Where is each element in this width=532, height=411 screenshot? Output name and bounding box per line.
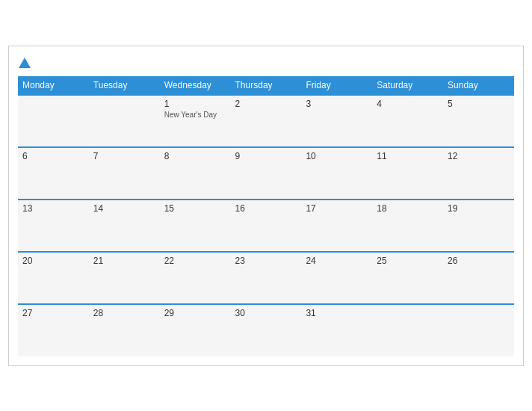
day-number: 20 <box>22 256 84 266</box>
calendar-cell: 7 <box>89 147 160 200</box>
calendar-cell: 28 <box>89 304 160 356</box>
weekday-header-tuesday: Tuesday <box>89 76 160 95</box>
day-number: 28 <box>93 308 155 318</box>
day-number: 26 <box>448 256 510 266</box>
day-number: 5 <box>448 99 510 109</box>
calendar-cell <box>372 304 443 356</box>
calendar-cell: 20 <box>18 252 89 304</box>
day-number: 11 <box>377 151 439 161</box>
calendar-cell: 2 <box>231 95 302 147</box>
day-number: 13 <box>22 203 84 214</box>
calendar-cell <box>18 95 89 147</box>
calendar-cell: 10 <box>301 147 372 200</box>
logo-icon <box>19 58 31 68</box>
day-number: 31 <box>306 308 368 318</box>
day-number: 18 <box>377 203 439 214</box>
calendar-cell: 8 <box>160 147 231 200</box>
logo <box>18 57 31 67</box>
calendar-week-row: 1New Year's Day2345 <box>18 95 514 147</box>
calendar-header <box>18 54 514 70</box>
calendar-cell <box>89 95 160 147</box>
calendar-cell: 16 <box>231 200 302 252</box>
day-event: New Year's Day <box>164 111 226 119</box>
calendar-cell: 31 <box>301 304 372 356</box>
calendar-week-row: 6789101112 <box>18 147 514 200</box>
weekday-header-thursday: Thursday <box>231 76 302 95</box>
weekday-header-wednesday: Wednesday <box>160 76 231 95</box>
calendar-cell: 13 <box>18 200 89 252</box>
day-number: 14 <box>93 203 155 214</box>
day-number: 24 <box>306 256 368 266</box>
calendar-cell: 26 <box>443 252 514 304</box>
calendar-cell: 6 <box>18 147 89 200</box>
day-number: 30 <box>235 308 297 318</box>
calendar-cell: 25 <box>372 252 443 304</box>
calendar-cell: 1New Year's Day <box>160 95 231 147</box>
calendar-cell: 9 <box>231 147 302 200</box>
calendar-container: MondayTuesdayWednesdayThursdayFridaySatu… <box>8 46 524 366</box>
svg-marker-0 <box>19 58 31 68</box>
weekday-header-monday: Monday <box>18 76 89 95</box>
calendar-cell: 12 <box>443 147 514 200</box>
calendar-cell <box>443 304 514 356</box>
calendar-cell: 17 <box>301 200 372 252</box>
calendar-cell: 3 <box>301 95 372 147</box>
calendar-cell: 27 <box>18 304 89 356</box>
day-number: 16 <box>235 203 297 214</box>
day-number: 27 <box>22 308 84 318</box>
calendar-cell: 14 <box>89 200 160 252</box>
day-number: 19 <box>448 203 510 214</box>
calendar-week-row: 20212223242526 <box>18 252 514 304</box>
day-number: 7 <box>93 151 155 161</box>
weekday-header-friday: Friday <box>301 76 372 95</box>
day-number: 25 <box>377 256 439 266</box>
day-number: 15 <box>164 203 226 214</box>
day-number: 8 <box>164 151 226 161</box>
day-number: 2 <box>235 99 297 109</box>
calendar-week-row: 2728293031 <box>18 304 514 356</box>
calendar-cell: 18 <box>372 200 443 252</box>
calendar-cell: 22 <box>160 252 231 304</box>
calendar-cell: 29 <box>160 304 231 356</box>
weekday-header-row: MondayTuesdayWednesdayThursdayFridaySatu… <box>18 76 514 95</box>
calendar-grid: MondayTuesdayWednesdayThursdayFridaySatu… <box>18 76 514 356</box>
weekday-header-sunday: Sunday <box>443 76 514 95</box>
calendar-cell: 30 <box>231 304 302 356</box>
day-number: 1 <box>164 99 226 109</box>
calendar-cell: 24 <box>301 252 372 304</box>
day-number: 6 <box>22 151 84 161</box>
calendar-cell: 19 <box>443 200 514 252</box>
calendar-cell: 5 <box>443 95 514 147</box>
calendar-cell: 4 <box>372 95 443 147</box>
day-number: 22 <box>164 256 226 266</box>
day-number: 12 <box>448 151 510 161</box>
calendar-cell: 23 <box>231 252 302 304</box>
weekday-header-saturday: Saturday <box>372 76 443 95</box>
day-number: 23 <box>235 256 297 266</box>
day-number: 9 <box>235 151 297 161</box>
day-number: 10 <box>306 151 368 161</box>
calendar-week-row: 13141516171819 <box>18 200 514 252</box>
calendar-cell: 21 <box>89 252 160 304</box>
calendar-cell: 11 <box>372 147 443 200</box>
day-number: 17 <box>306 203 368 214</box>
day-number: 4 <box>377 99 439 109</box>
day-number: 3 <box>306 99 368 109</box>
day-number: 29 <box>164 308 226 318</box>
calendar-cell: 15 <box>160 200 231 252</box>
calendar-thead: MondayTuesdayWednesdayThursdayFridaySatu… <box>18 76 514 95</box>
day-number: 21 <box>93 256 155 266</box>
calendar-tbody: 1New Year's Day2345678910111213141516171… <box>18 95 514 356</box>
